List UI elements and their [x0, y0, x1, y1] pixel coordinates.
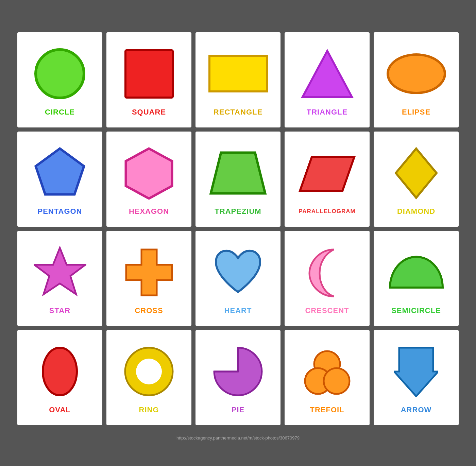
svg-marker-6 [34, 248, 85, 294]
url-bar: http://stockagency.panthermedia.net/m/st… [176, 435, 300, 441]
cell-ring: RING [106, 330, 191, 425]
square-label: SQUARE [132, 108, 166, 117]
trapezium-shape [209, 151, 267, 195]
diamond-label: DIAMOND [397, 207, 435, 216]
cell-arrow: ARROW [374, 330, 459, 425]
shape-diamond-container [386, 142, 447, 204]
pentagon-shape [34, 147, 86, 200]
shape-cross-container [118, 242, 180, 303]
cell-cross: CROSS [106, 231, 191, 326]
ellipse-label: ELIPSE [402, 108, 430, 117]
cell-trefoil: TREFOIL [285, 330, 370, 425]
svg-point-8 [43, 348, 77, 395]
cell-square: SQUARE [106, 32, 191, 127]
pentagon-label: PENTAGON [37, 207, 82, 216]
svg-point-15 [324, 368, 350, 394]
heart-label: HEART [224, 306, 252, 315]
ring-label: RING [139, 405, 159, 414]
cell-semicircle: SEMICIRCLE [374, 231, 459, 326]
crescent-label: CRESCENT [305, 306, 349, 315]
circle-label: CIRCLE [45, 108, 75, 117]
ring-shape [123, 345, 175, 398]
cross-label: CROSS [135, 306, 163, 315]
cell-rectangle: RECTANGLE [196, 32, 280, 127]
cell-diamond: DIAMOND [374, 132, 459, 227]
circle-shape [34, 48, 85, 99]
svg-marker-5 [396, 149, 437, 198]
svg-marker-0 [302, 51, 352, 97]
svg-marker-1 [36, 149, 84, 194]
trapezium-label: TRAPEZIUM [215, 207, 261, 216]
arrow-shape [394, 346, 438, 397]
hexagon-label: HEXAGON [129, 207, 169, 216]
crescent-shape [303, 246, 351, 299]
shape-parallelogram-container [296, 143, 358, 205]
cell-pie: PIE [196, 330, 280, 425]
diamond-shape [394, 147, 438, 200]
parallelogram-label: PARALLELOGRAM [299, 208, 356, 215]
star-shape [34, 246, 86, 299]
square-shape [124, 49, 174, 99]
cell-triangle: TRIANGLE [285, 32, 370, 127]
cell-parallelogram: PARALLELOGRAM [285, 132, 370, 227]
cell-oval: OVAL [17, 330, 102, 425]
hexagon-shape [122, 147, 176, 200]
pie-shape [213, 346, 264, 397]
oval-label: OVAL [49, 405, 70, 414]
shape-trefoil-container [296, 341, 358, 402]
shape-semicircle-container [386, 242, 447, 303]
shape-oval-container [29, 341, 90, 402]
triangle-label: TRIANGLE [307, 108, 347, 117]
shape-circle-container [29, 43, 90, 104]
rectangle-shape [208, 55, 268, 92]
shape-ellipse-container [386, 43, 447, 104]
cell-star: STAR [17, 231, 102, 326]
shape-arrow-container [386, 341, 447, 402]
cell-trapezium: TRAPEZIUM [196, 132, 280, 227]
shape-pie-container [207, 341, 269, 402]
trefoil-shape [301, 345, 354, 398]
shape-crescent-container [296, 242, 358, 303]
shape-rectangle-container [207, 43, 269, 104]
svg-point-10 [136, 359, 162, 384]
cell-circle: CIRCLE [17, 32, 102, 127]
rectangle-label: RECTANGLE [214, 108, 262, 117]
shape-heart-container [207, 242, 269, 303]
shape-hexagon-container [118, 142, 180, 204]
arrow-label: ARROW [401, 405, 432, 414]
shape-ring-container [118, 341, 180, 402]
trefoil-label: TREFOIL [310, 405, 344, 414]
heart-shape [213, 248, 264, 297]
cross-shape [124, 248, 174, 297]
svg-marker-3 [211, 153, 265, 193]
semicircle-label: SEMICIRCLE [391, 306, 441, 315]
shape-triangle-container [296, 43, 358, 104]
cell-crescent: CRESCENT [285, 231, 370, 326]
shape-star-container [29, 242, 90, 303]
shape-square-container [118, 43, 180, 104]
shape-trapezium-container [207, 142, 269, 204]
svg-marker-2 [126, 149, 172, 199]
oval-shape [39, 344, 80, 399]
cell-ellipse: ELIPSE [374, 32, 459, 127]
triangle-shape [301, 48, 354, 100]
cell-hexagon: HEXAGON [106, 132, 191, 227]
svg-marker-4 [300, 157, 354, 191]
semicircle-shape [388, 255, 444, 289]
cell-pentagon: PENTAGON [17, 132, 102, 227]
parallelogram-shape [298, 155, 356, 193]
ellipse-shape [387, 53, 446, 94]
star-label: STAR [49, 306, 70, 315]
cell-heart: HEART [196, 231, 280, 326]
shapes-grid: CIRCLE SQUARE RECTANGLE TRIANGLE ELIPSE [11, 25, 465, 432]
svg-marker-16 [394, 348, 438, 396]
shape-pentagon-container [29, 142, 90, 204]
pie-label: PIE [232, 405, 244, 414]
